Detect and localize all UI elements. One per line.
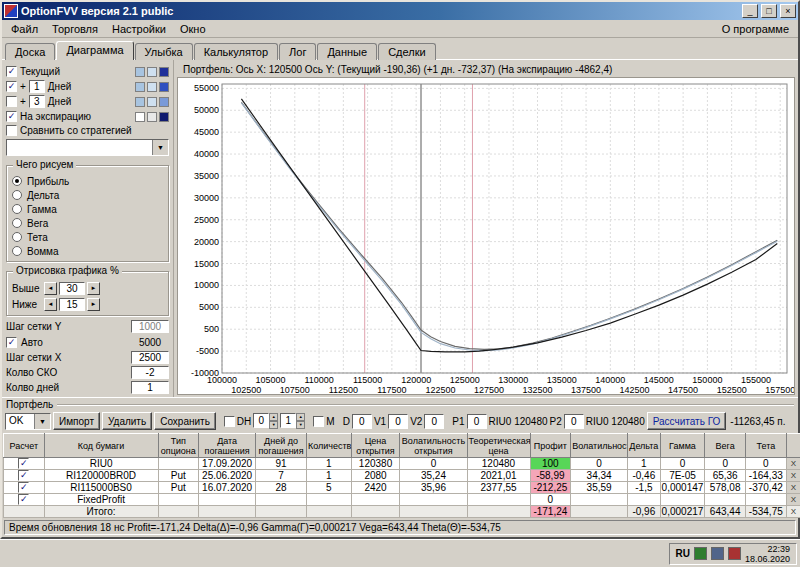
column-header-2[interactable]: Код бумаги xyxy=(44,434,158,458)
row-calc-checkbox[interactable]: ✓ xyxy=(18,494,29,505)
curve-checkbox[interactable]: ✓ xyxy=(6,81,17,92)
cell-code[interactable]: RI115000BS0 xyxy=(44,482,158,494)
cell-qty[interactable] xyxy=(306,494,351,506)
cell-profit[interactable]: -58,99 xyxy=(530,470,571,482)
color-swatch[interactable] xyxy=(147,112,157,122)
radio-icon[interactable] xyxy=(12,246,22,256)
cell-volatility[interactable] xyxy=(571,494,628,506)
cell-expiry[interactable] xyxy=(199,494,256,506)
cell-gamma[interactable]: 7E-05 xyxy=(660,470,705,482)
tab-5[interactable]: Лог xyxy=(279,43,316,60)
row-delete-button[interactable]: X xyxy=(786,494,800,506)
cell-theor_price[interactable]: 120480 xyxy=(467,458,530,470)
v2-input[interactable] xyxy=(424,414,444,429)
column-header-8[interactable]: Волатильность открытия xyxy=(400,434,467,458)
cell-opt_type[interactable] xyxy=(158,506,199,518)
column-header-13[interactable]: Гамма xyxy=(660,434,705,458)
row-calc-checkbox[interactable]: ✓ xyxy=(18,470,29,481)
menu-item-2[interactable]: Торговля xyxy=(45,22,105,36)
color-swatch[interactable] xyxy=(135,97,145,107)
cell-vega[interactable]: 0 xyxy=(705,458,746,470)
cell-opt_type[interactable] xyxy=(158,458,199,470)
cell-vega[interactable] xyxy=(705,494,746,506)
row-delete-button[interactable]: X xyxy=(786,482,800,494)
auto-grid-checkbox[interactable]: ✓ xyxy=(6,337,17,348)
cell-code[interactable]: RIU0 xyxy=(44,458,158,470)
spin-up-icon[interactable]: ▲ xyxy=(269,413,278,421)
cell-theor_price[interactable]: 2021,01 xyxy=(467,470,530,482)
compare-strategy-checkbox[interactable] xyxy=(6,125,17,136)
cell-code[interactable]: RI120000BR0D xyxy=(44,470,158,482)
cell-theor_price[interactable] xyxy=(467,506,530,518)
cell-expiry[interactable]: 17.09.2020 xyxy=(199,458,256,470)
dh-checkbox[interactable] xyxy=(224,416,235,427)
draw-option-4[interactable]: Вега xyxy=(12,216,163,230)
days-offset-input[interactable] xyxy=(29,95,45,108)
column-header-7[interactable]: Цена открытия xyxy=(351,434,400,458)
m-checkbox[interactable] xyxy=(313,416,324,427)
column-header-9[interactable]: Теоретическая цена xyxy=(467,434,530,458)
below-input[interactable] xyxy=(59,298,85,311)
color-swatch[interactable] xyxy=(147,67,157,77)
above-increase-button[interactable]: ► xyxy=(87,282,100,295)
cell-qty[interactable]: 5 xyxy=(306,482,351,494)
calc-cell[interactable]: ✓ xyxy=(4,458,45,470)
color-swatch[interactable] xyxy=(159,67,169,77)
cell-gamma[interactable] xyxy=(660,494,705,506)
calc-cell[interactable]: ✓ xyxy=(4,470,45,482)
radio-icon[interactable] xyxy=(12,232,22,242)
draw-option-1[interactable]: Прибыль xyxy=(12,174,163,188)
save-button[interactable]: Сохранить xyxy=(154,412,216,430)
row-calc-checkbox[interactable]: ✓ xyxy=(18,482,29,493)
cell-qty[interactable]: 1 xyxy=(306,470,351,482)
cell-theta[interactable]: -370,42 xyxy=(745,482,786,494)
spin-up-icon[interactable]: ▲ xyxy=(296,413,305,421)
cell-open_vol[interactable] xyxy=(400,506,467,518)
cell-opt_type[interactable]: Put xyxy=(158,470,199,482)
d-input[interactable] xyxy=(352,414,372,429)
cell-profit[interactable]: 0 xyxy=(530,494,571,506)
cell-theta[interactable] xyxy=(745,494,786,506)
menu-item-4[interactable]: Окно xyxy=(173,22,213,36)
cell-expiry[interactable]: 25.06.2020 xyxy=(199,470,256,482)
cell-delta[interactable]: -0,96 xyxy=(628,506,661,518)
cell-days_left[interactable] xyxy=(256,506,307,518)
cell-theta[interactable]: -164,33 xyxy=(745,470,786,482)
portfolio-select[interactable]: OK ▼ xyxy=(5,413,51,430)
tab-2[interactable]: Диаграмма xyxy=(56,41,133,60)
column-header-4[interactable]: Дата погашения xyxy=(199,434,256,458)
cell-open_price[interactable]: 120380 xyxy=(351,458,400,470)
column-header-3[interactable]: Тип опциона xyxy=(158,434,199,458)
curve-checkbox[interactable] xyxy=(6,96,17,107)
radio-icon[interactable] xyxy=(12,190,22,200)
cell-open_price[interactable] xyxy=(351,494,400,506)
cell-expiry[interactable] xyxy=(199,506,256,518)
tray-icon-2[interactable] xyxy=(711,547,724,560)
import-button[interactable]: Импорт xyxy=(53,412,100,430)
cell-theor_price[interactable]: 2377,55 xyxy=(467,482,530,494)
p1-input[interactable] xyxy=(467,414,487,429)
p2-input[interactable] xyxy=(564,414,584,429)
row-delete-button[interactable]: X xyxy=(786,458,800,470)
menu-item-3[interactable]: Настройки xyxy=(105,22,173,36)
curve-checkbox[interactable]: ✓ xyxy=(6,66,17,77)
cell-open_vol[interactable]: 35,24 xyxy=(400,470,467,482)
maximize-button[interactable]: □ xyxy=(761,4,777,18)
cell-expiry[interactable]: 16.07.2020 xyxy=(199,482,256,494)
cell-volatility[interactable]: 35,59 xyxy=(571,482,628,494)
cell-open_price[interactable]: 2080 xyxy=(351,470,400,482)
column-header-5[interactable]: Дней до погашения xyxy=(256,434,307,458)
cell-volatility[interactable]: 34,34 xyxy=(571,470,628,482)
menu-item-about[interactable]: О программе xyxy=(715,22,796,36)
spin-down-icon[interactable]: ▼ xyxy=(269,421,278,429)
dh-value-1-input[interactable] xyxy=(253,413,269,428)
cell-days_left[interactable]: 91 xyxy=(256,458,307,470)
color-swatch[interactable] xyxy=(159,97,169,107)
radio-icon[interactable] xyxy=(12,204,22,214)
draw-option-3[interactable]: Гамма xyxy=(12,202,163,216)
draw-option-6[interactable]: Вомма xyxy=(12,244,163,258)
v1-input[interactable] xyxy=(388,414,408,429)
column-header-15[interactable]: Тета xyxy=(745,434,786,458)
close-button[interactable]: × xyxy=(780,4,796,18)
menu-item-1[interactable]: Файл xyxy=(4,22,45,36)
